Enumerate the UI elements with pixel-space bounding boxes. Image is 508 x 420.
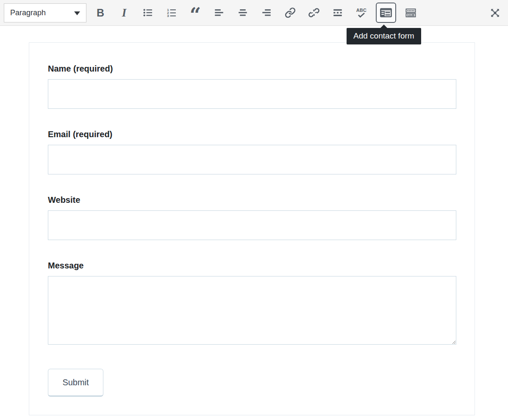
insert-link-button[interactable] <box>281 3 300 22</box>
bulleted-list-icon <box>142 7 153 18</box>
format-select-value: Paragraph <box>10 8 46 17</box>
website-input[interactable] <box>48 210 456 240</box>
toolbar-buttons: B I 1 2 3 “ <box>91 3 420 23</box>
spellcheck-icon: ABC <box>356 8 367 18</box>
email-field-label: Email (required) <box>48 130 456 139</box>
name-field-label: Name (required) <box>48 64 456 74</box>
align-left-button[interactable] <box>210 3 228 22</box>
align-right-button[interactable] <box>257 3 276 22</box>
add-contact-form-button[interactable] <box>376 3 396 23</box>
align-right-icon <box>261 7 272 18</box>
add-contact-form-icon <box>380 7 392 18</box>
italic-icon: I <box>122 7 127 19</box>
insert-read-more-button[interactable] <box>328 3 347 22</box>
link-icon <box>285 7 296 18</box>
contact-form-preview: Name (required) Email (required) Website… <box>29 42 475 415</box>
unlink-icon <box>308 7 319 18</box>
italic-button[interactable]: I <box>115 3 133 22</box>
unlink-button[interactable] <box>305 3 323 22</box>
website-field-label: Website <box>48 195 456 205</box>
chevron-down-icon <box>74 11 80 15</box>
message-textarea[interactable] <box>48 276 456 345</box>
align-center-button[interactable] <box>233 3 252 22</box>
name-input[interactable] <box>48 79 456 109</box>
align-left-icon <box>214 7 225 18</box>
editor-toolbar: Paragraph B I 1 2 3 “ <box>0 0 508 26</box>
read-more-icon <box>332 7 343 18</box>
bold-button[interactable]: B <box>91 3 110 22</box>
align-center-icon <box>237 7 248 18</box>
blockquote-icon: “ <box>190 6 201 19</box>
blockquote-button[interactable]: “ <box>186 3 205 22</box>
message-field-label: Message <box>48 261 456 271</box>
tooltip-text: Add contact form <box>353 31 414 40</box>
numbered-list-icon: 1 2 3 <box>166 7 177 18</box>
add-contact-form-tooltip: Add contact form <box>347 28 421 44</box>
submit-button[interactable]: Submit <box>48 369 103 397</box>
bold-icon: B <box>97 8 104 18</box>
numbered-list-button[interactable]: 1 2 3 <box>162 3 181 22</box>
bulleted-list-button[interactable] <box>139 3 157 22</box>
svg-text:3: 3 <box>167 14 169 18</box>
spellcheck-button[interactable]: ABC <box>352 3 371 22</box>
email-input[interactable] <box>48 145 456 174</box>
toolbar-toggle-icon <box>405 7 416 19</box>
fullscreen-icon <box>489 7 501 19</box>
paragraph-format-select[interactable]: Paragraph <box>4 3 86 22</box>
toolbar-toggle-button[interactable] <box>401 3 420 22</box>
fullscreen-button[interactable] <box>486 3 504 22</box>
